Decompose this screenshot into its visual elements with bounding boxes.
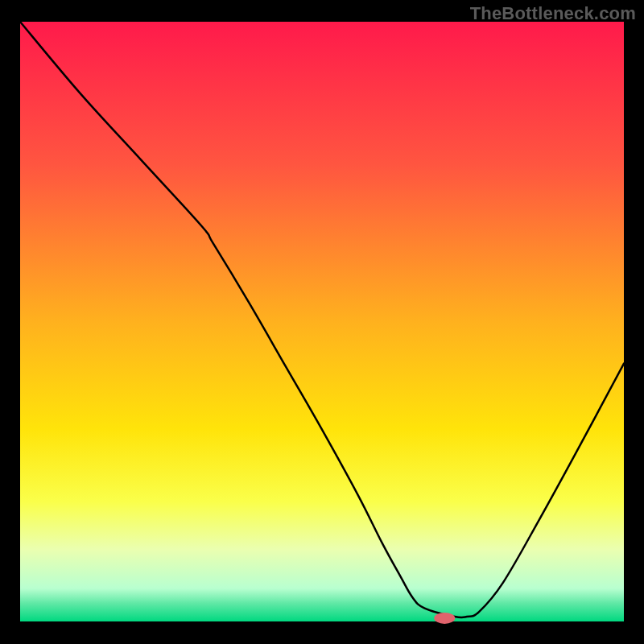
optimal-marker (434, 613, 455, 624)
chart-container: TheBottleneck.com (0, 0, 644, 644)
bottleneck-chart (0, 0, 644, 644)
site-watermark: TheBottleneck.com (470, 3, 636, 24)
